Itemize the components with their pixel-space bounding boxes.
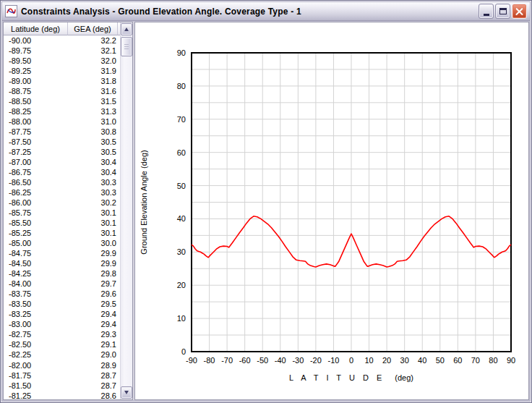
x-tick-label: 70 [471, 356, 480, 365]
app-icon[interactable] [5, 5, 17, 17]
cell-latitude: -82.00 [4, 360, 69, 370]
table-row[interactable]: -86.2530.3 [4, 187, 120, 198]
table-row[interactable]: -85.0030.0 [4, 238, 120, 248]
cell-latitude: -85.75 [4, 208, 69, 218]
table-row[interactable]: -86.0030.2 [4, 198, 120, 208]
cell-gea: 28.6 [69, 391, 116, 399]
maximize-button[interactable] [495, 4, 510, 19]
table-row[interactable]: -84.2529.8 [4, 268, 120, 279]
x-tick-label: -20 [310, 356, 322, 365]
x-tick-label: 90 [507, 356, 515, 365]
app-window: Constraints Analysis - Ground Elevation … [0, 0, 532, 403]
window-title: Constraints Analysis - Ground Elevation … [21, 7, 474, 17]
cell-gea: 31.3 [69, 106, 116, 116]
table-row[interactable]: -87.2530.5 [4, 147, 120, 157]
scrollbar-thumb[interactable] [121, 37, 132, 56]
table-row[interactable]: -89.0031.8 [4, 76, 120, 86]
y-tick-label: 10 [177, 314, 186, 323]
table-row[interactable]: -81.5028.7 [4, 381, 120, 391]
cell-latitude: -85.50 [4, 218, 69, 228]
minimize-button[interactable] [479, 4, 494, 19]
table-row[interactable]: -85.7530.1 [4, 208, 120, 218]
scrollbar-down-button[interactable] [121, 386, 132, 399]
column-header-gea[interactable]: GEA (deg) [68, 22, 118, 35]
table-row[interactable]: -88.7531.6 [4, 86, 120, 96]
table-row[interactable]: -88.2531.3 [4, 106, 120, 116]
y-tick-label: 60 [177, 148, 186, 157]
close-icon [515, 7, 523, 15]
cell-latitude: -85.25 [4, 228, 69, 238]
y-tick-label: 70 [177, 115, 186, 124]
x-tick-label: 80 [489, 356, 497, 365]
table-scrollbar[interactable] [120, 22, 132, 399]
table-row[interactable]: -86.7530.4 [4, 167, 120, 177]
table-row[interactable]: -87.5030.5 [4, 137, 120, 147]
table-row[interactable]: -83.0029.4 [4, 319, 120, 329]
table-row[interactable]: -88.0031.0 [4, 116, 120, 127]
cell-gea: 30.4 [69, 167, 116, 177]
cell-latitude: -86.75 [4, 167, 69, 177]
y-axis-title: Ground Elevation Angle (deg) [140, 150, 148, 254]
cell-gea: 31.6 [69, 86, 116, 96]
table-row[interactable]: -84.7529.9 [4, 248, 120, 258]
table-row[interactable]: -83.5029.5 [4, 299, 120, 309]
y-tick-label: 80 [177, 82, 186, 90]
table-row[interactable]: -89.7532.1 [4, 46, 120, 56]
table-row[interactable]: -85.2530.1 [4, 228, 120, 238]
table-row[interactable]: -83.7529.6 [4, 289, 120, 299]
scrollbar-up-button[interactable] [121, 23, 132, 35]
cell-gea: 30.8 [69, 127, 116, 137]
table-row[interactable]: -81.7528.7 [4, 370, 120, 381]
table-row[interactable]: -82.2529.0 [4, 349, 120, 360]
cell-gea: 31.9 [69, 66, 116, 76]
cell-gea: 30.1 [69, 218, 116, 228]
table-row[interactable]: -85.5030.1 [4, 218, 120, 228]
chart-panel: -90-80-70-60-50-40-30-20-100102030405060… [134, 22, 529, 400]
cell-gea: 30.1 [69, 208, 116, 218]
cell-gea: 31.8 [69, 76, 116, 86]
table-row[interactable]: -89.5032.0 [4, 56, 120, 66]
table-row[interactable]: -88.5031.5 [4, 96, 120, 106]
table-row[interactable]: -84.5029.9 [4, 258, 120, 268]
data-table-panel: Latitude (deg) GEA (deg) -90.0032.2-89.7… [3, 22, 133, 400]
table-row[interactable]: -82.5029.1 [4, 339, 120, 349]
cell-latitude: -83.50 [4, 299, 69, 309]
cell-latitude: -84.50 [4, 258, 69, 268]
cell-latitude: -87.25 [4, 147, 69, 157]
column-header-latitude[interactable]: Latitude (deg) [4, 22, 68, 35]
x-tick-label: 10 [364, 356, 373, 365]
table-row[interactable]: -87.7530.8 [4, 127, 120, 137]
table-row[interactable]: -84.0029.7 [4, 279, 120, 289]
cell-latitude: -89.00 [4, 76, 69, 86]
y-tick-label: 30 [177, 247, 186, 256]
x-tick-label: -70 [221, 356, 233, 365]
cell-gea: 31.5 [69, 96, 116, 106]
table-row[interactable]: -81.2528.6 [4, 391, 120, 399]
x-tick-label: -40 [275, 356, 286, 365]
cell-gea: 32.2 [69, 35, 116, 46]
cell-gea: 32.0 [69, 56, 116, 66]
app-icon-graphic [7, 7, 16, 16]
cell-gea: 29.1 [69, 339, 116, 349]
x-axis-title: L A T I T U D E(deg) [289, 373, 413, 382]
cell-gea: 30.5 [69, 137, 116, 147]
cell-gea: 29.0 [69, 349, 116, 360]
cell-latitude: -84.00 [4, 279, 69, 289]
cell-gea: 29.5 [69, 299, 116, 309]
x-tick-label: 30 [400, 356, 409, 365]
table-row[interactable]: -90.0032.2 [4, 35, 120, 46]
cell-gea: 28.7 [69, 381, 116, 391]
table-header-row: Latitude (deg) GEA (deg) [4, 22, 120, 35]
cell-gea: 29.9 [69, 248, 116, 258]
cell-latitude: -87.75 [4, 127, 69, 137]
table-row[interactable]: -87.0030.4 [4, 157, 120, 167]
table-row[interactable]: -82.0028.9 [4, 360, 120, 370]
table-row[interactable]: -82.7529.3 [4, 329, 120, 339]
titlebar[interactable]: Constraints Analysis - Ground Elevation … [2, 2, 530, 21]
table-row[interactable]: -89.2531.9 [4, 66, 120, 76]
cell-latitude: -81.75 [4, 370, 69, 381]
x-tick-label: -60 [239, 356, 251, 365]
close-button[interactable] [512, 4, 527, 19]
table-row[interactable]: -83.2529.4 [4, 309, 120, 319]
table-row[interactable]: -86.5030.3 [4, 177, 120, 187]
